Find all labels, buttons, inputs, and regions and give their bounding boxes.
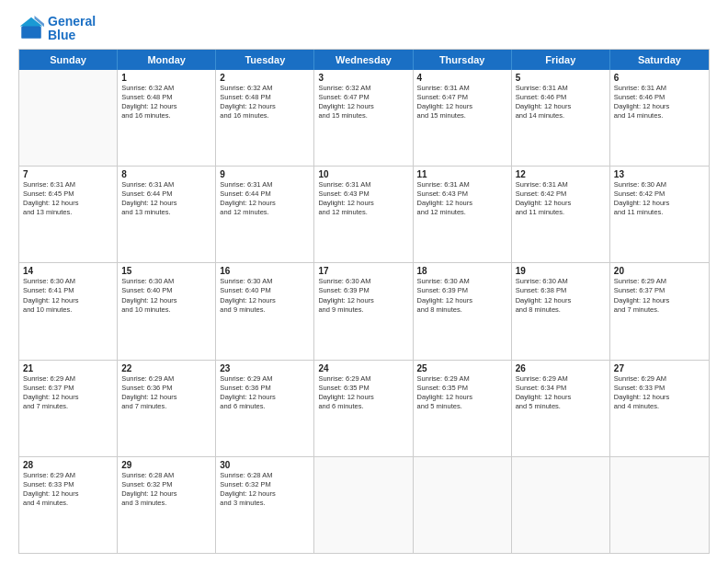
- day-number: 23: [220, 363, 310, 373]
- day-number: 26: [516, 363, 606, 373]
- day-cell-18: 18Sunrise: 6:30 AM Sunset: 6:39 PM Dayli…: [414, 263, 512, 359]
- day-info: Sunrise: 6:29 AM Sunset: 6:37 PM Dayligh…: [614, 277, 705, 315]
- header: General Blue: [18, 15, 710, 43]
- day-cell-14: 14Sunrise: 6:30 AM Sunset: 6:41 PM Dayli…: [19, 263, 118, 359]
- day-cell-16: 16Sunrise: 6:30 AM Sunset: 6:40 PM Dayli…: [216, 263, 314, 359]
- day-info: Sunrise: 6:31 AM Sunset: 6:46 PM Dayligh…: [516, 84, 606, 121]
- calendar-header: SundayMondayTuesdayWednesdayThursdayFrid…: [19, 50, 709, 70]
- logo: General Blue: [18, 15, 96, 43]
- day-cell-12: 12Sunrise: 6:31 AM Sunset: 6:42 PM Dayli…: [512, 167, 610, 262]
- day-cell-20: 20Sunrise: 6:29 AM Sunset: 6:37 PM Dayli…: [610, 263, 709, 359]
- day-info: Sunrise: 6:29 AM Sunset: 6:35 PM Dayligh…: [318, 374, 408, 412]
- day-info: Sunrise: 6:29 AM Sunset: 6:34 PM Dayligh…: [516, 374, 606, 412]
- day-info: Sunrise: 6:30 AM Sunset: 6:41 PM Dayligh…: [23, 277, 113, 315]
- day-cell-3: 3Sunrise: 6:32 AM Sunset: 6:47 PM Daylig…: [314, 70, 413, 166]
- logo-icon: [18, 16, 44, 41]
- calendar: SundayMondayTuesdayWednesdayThursdayFrid…: [18, 49, 710, 554]
- calendar-body: 1Sunrise: 6:32 AM Sunset: 6:48 PM Daylig…: [19, 70, 709, 553]
- day-info: Sunrise: 6:31 AM Sunset: 6:44 PM Dayligh…: [121, 180, 211, 218]
- day-info: Sunrise: 6:29 AM Sunset: 6:33 PM Dayligh…: [614, 374, 705, 412]
- day-info: Sunrise: 6:30 AM Sunset: 6:39 PM Dayligh…: [318, 277, 408, 315]
- day-number: 11: [417, 169, 507, 179]
- header-day-wednesday: Wednesday: [314, 50, 413, 70]
- day-number: 24: [318, 363, 408, 373]
- day-info: Sunrise: 6:30 AM Sunset: 6:40 PM Dayligh…: [220, 277, 310, 315]
- calendar-row-0: 1Sunrise: 6:32 AM Sunset: 6:48 PM Daylig…: [19, 70, 709, 167]
- day-cell-6: 6Sunrise: 6:31 AM Sunset: 6:46 PM Daylig…: [610, 70, 709, 166]
- day-cell-26: 26Sunrise: 6:29 AM Sunset: 6:34 PM Dayli…: [512, 361, 610, 456]
- day-number: 18: [417, 266, 507, 276]
- day-cell-7: 7Sunrise: 6:31 AM Sunset: 6:45 PM Daylig…: [19, 167, 118, 262]
- day-number: 22: [121, 363, 211, 373]
- day-cell-22: 22Sunrise: 6:29 AM Sunset: 6:36 PM Dayli…: [118, 361, 216, 456]
- empty-cell-4-4: [414, 457, 512, 553]
- day-cell-11: 11Sunrise: 6:31 AM Sunset: 6:43 PM Dayli…: [414, 167, 512, 262]
- day-cell-9: 9Sunrise: 6:31 AM Sunset: 6:44 PM Daylig…: [216, 167, 314, 262]
- header-day-saturday: Saturday: [610, 50, 709, 70]
- day-cell-1: 1Sunrise: 6:32 AM Sunset: 6:48 PM Daylig…: [118, 70, 216, 166]
- day-number: 13: [614, 169, 705, 179]
- header-day-monday: Monday: [118, 50, 216, 70]
- day-number: 20: [614, 266, 705, 276]
- day-info: Sunrise: 6:29 AM Sunset: 6:37 PM Dayligh…: [23, 374, 113, 412]
- calendar-row-3: 21Sunrise: 6:29 AM Sunset: 6:37 PM Dayli…: [19, 361, 709, 457]
- day-info: Sunrise: 6:29 AM Sunset: 6:35 PM Dayligh…: [417, 374, 507, 412]
- day-info: Sunrise: 6:31 AM Sunset: 6:46 PM Dayligh…: [614, 84, 705, 121]
- day-cell-4: 4Sunrise: 6:31 AM Sunset: 6:47 PM Daylig…: [414, 70, 512, 166]
- header-day-sunday: Sunday: [19, 50, 118, 70]
- day-number: 4: [417, 73, 507, 83]
- day-number: 29: [121, 460, 211, 470]
- day-number: 21: [23, 363, 113, 373]
- day-number: 6: [614, 73, 705, 83]
- empty-cell-4-6: [610, 457, 709, 553]
- header-day-thursday: Thursday: [414, 50, 512, 70]
- day-number: 25: [417, 363, 507, 373]
- day-info: Sunrise: 6:32 AM Sunset: 6:48 PM Dayligh…: [121, 84, 211, 121]
- day-number: 16: [220, 266, 310, 276]
- day-number: 27: [614, 363, 705, 373]
- day-cell-17: 17Sunrise: 6:30 AM Sunset: 6:39 PM Dayli…: [314, 263, 413, 359]
- day-number: 30: [220, 460, 310, 470]
- day-cell-30: 30Sunrise: 6:28 AM Sunset: 6:32 PM Dayli…: [216, 457, 314, 553]
- day-number: 19: [516, 266, 606, 276]
- header-day-tuesday: Tuesday: [216, 50, 314, 70]
- day-info: Sunrise: 6:29 AM Sunset: 6:33 PM Dayligh…: [23, 471, 113, 509]
- day-number: 9: [220, 169, 310, 179]
- day-info: Sunrise: 6:30 AM Sunset: 6:38 PM Dayligh…: [516, 277, 606, 315]
- day-info: Sunrise: 6:29 AM Sunset: 6:36 PM Dayligh…: [121, 374, 211, 412]
- logo-text: General Blue: [48, 15, 96, 43]
- day-cell-10: 10Sunrise: 6:31 AM Sunset: 6:43 PM Dayli…: [314, 167, 413, 262]
- calendar-row-1: 7Sunrise: 6:31 AM Sunset: 6:45 PM Daylig…: [19, 167, 709, 263]
- day-cell-8: 8Sunrise: 6:31 AM Sunset: 6:44 PM Daylig…: [118, 167, 216, 262]
- empty-cell-4-3: [314, 457, 413, 553]
- day-number: 8: [121, 169, 211, 179]
- day-info: Sunrise: 6:31 AM Sunset: 6:43 PM Dayligh…: [417, 180, 507, 218]
- day-number: 1: [121, 73, 211, 83]
- day-cell-23: 23Sunrise: 6:29 AM Sunset: 6:36 PM Dayli…: [216, 361, 314, 456]
- day-cell-15: 15Sunrise: 6:30 AM Sunset: 6:40 PM Dayli…: [118, 263, 216, 359]
- day-cell-25: 25Sunrise: 6:29 AM Sunset: 6:35 PM Dayli…: [414, 361, 512, 456]
- day-info: Sunrise: 6:31 AM Sunset: 6:43 PM Dayligh…: [318, 180, 408, 218]
- header-day-friday: Friday: [512, 50, 610, 70]
- day-info: Sunrise: 6:31 AM Sunset: 6:47 PM Dayligh…: [417, 84, 507, 121]
- day-number: 10: [318, 169, 408, 179]
- day-info: Sunrise: 6:31 AM Sunset: 6:44 PM Dayligh…: [220, 180, 310, 218]
- page: General Blue SundayMondayTuesdayWednesda…: [0, 0, 728, 563]
- day-info: Sunrise: 6:31 AM Sunset: 6:45 PM Dayligh…: [23, 180, 113, 218]
- day-number: 2: [220, 73, 310, 83]
- day-info: Sunrise: 6:29 AM Sunset: 6:36 PM Dayligh…: [220, 374, 310, 412]
- day-number: 15: [121, 266, 211, 276]
- day-cell-29: 29Sunrise: 6:28 AM Sunset: 6:32 PM Dayli…: [118, 457, 216, 553]
- day-number: 7: [23, 169, 113, 179]
- day-info: Sunrise: 6:30 AM Sunset: 6:39 PM Dayligh…: [417, 277, 507, 315]
- calendar-row-4: 28Sunrise: 6:29 AM Sunset: 6:33 PM Dayli…: [19, 457, 709, 553]
- day-number: 12: [516, 169, 606, 179]
- day-number: 5: [516, 73, 606, 83]
- calendar-row-2: 14Sunrise: 6:30 AM Sunset: 6:41 PM Dayli…: [19, 263, 709, 360]
- day-number: 28: [23, 460, 113, 470]
- day-cell-21: 21Sunrise: 6:29 AM Sunset: 6:37 PM Dayli…: [19, 361, 118, 456]
- day-number: 3: [318, 73, 408, 83]
- day-cell-24: 24Sunrise: 6:29 AM Sunset: 6:35 PM Dayli…: [314, 361, 413, 456]
- svg-rect-2: [22, 28, 41, 39]
- day-info: Sunrise: 6:32 AM Sunset: 6:47 PM Dayligh…: [318, 84, 408, 121]
